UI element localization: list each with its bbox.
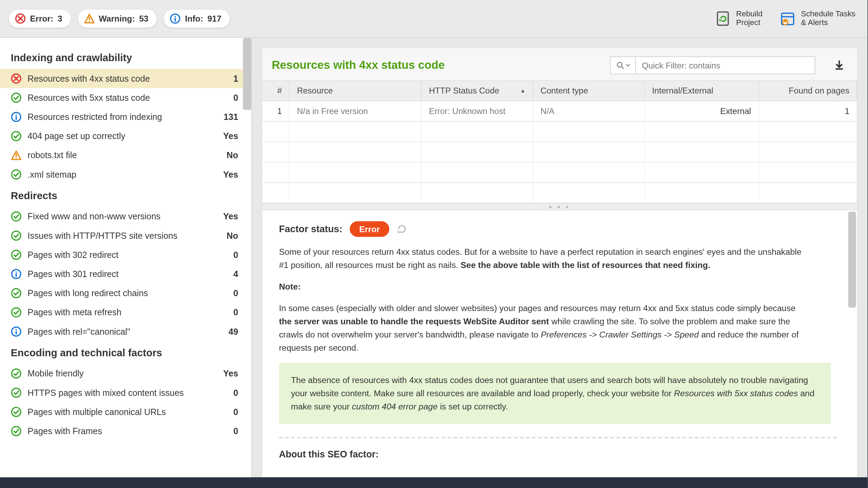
- audit-item[interactable]: Resources with 5xx status code 0: [0, 88, 251, 107]
- sidebar-scrollbar[interactable]: [243, 38, 251, 109]
- ok-icon: [11, 169, 22, 180]
- resources-table: # Resource HTTP Status Code ▲ Content ty…: [262, 81, 857, 203]
- panel-title: Resources with 4xx status code: [272, 58, 444, 72]
- ok-icon: [11, 249, 22, 260]
- info-icon: [170, 13, 181, 24]
- audit-item[interactable]: Mobile friendly Yes: [0, 364, 251, 383]
- audit-item[interactable]: Issues with HTTP/HTTPS site versions No: [0, 226, 251, 245]
- audit-item-label: Resources with 5xx status code: [27, 93, 212, 103]
- audit-item-value: Yes: [218, 368, 238, 378]
- ok-icon: [11, 92, 22, 103]
- refresh-button[interactable]: [396, 223, 407, 234]
- info-icon: [11, 111, 22, 122]
- detail-paragraph-2: In some cases (especially with older and…: [279, 301, 807, 354]
- rebuild-label-2: Project: [736, 18, 763, 27]
- audit-item-label: Pages with multiple canonical URLs: [27, 407, 212, 417]
- section-title: Indexing and crawlability: [0, 46, 251, 69]
- audit-item[interactable]: Pages with Frames 0: [0, 421, 251, 440]
- section-title: Encoding and technical factors: [0, 341, 251, 364]
- table-header-row: # Resource HTTP Status Code ▲ Content ty…: [262, 81, 857, 101]
- warning-badge[interactable]: Warning: 53: [77, 9, 158, 28]
- ok-icon: [11, 406, 22, 417]
- detail-scrollbar[interactable]: [848, 211, 856, 307]
- audit-item-value: 0: [218, 250, 238, 260]
- table-row[interactable]: 1 N/a in Free version Error: Unknown hos…: [262, 101, 857, 122]
- audit-item-value: Yes: [218, 170, 238, 179]
- tip-box: The absence of resources with 4xx status…: [279, 363, 831, 424]
- search-dropdown-button[interactable]: [610, 56, 635, 74]
- audit-item[interactable]: Pages with rel="canonical" 49: [0, 322, 251, 341]
- audit-item-label: 404 page set up correctly: [27, 131, 212, 141]
- ok-icon: [11, 230, 22, 241]
- audit-item-label: Pages with Frames: [27, 426, 212, 436]
- audit-item-label: .xml sitemap: [27, 170, 212, 179]
- info-icon: [11, 268, 22, 279]
- audit-item[interactable]: Pages with long redirect chains 0: [0, 283, 251, 302]
- search-icon: [616, 61, 624, 69]
- col-found-on-pages[interactable]: Found on pages: [759, 81, 857, 100]
- audit-item-value: 0: [218, 388, 238, 397]
- col-content-type[interactable]: Content type: [533, 81, 645, 100]
- audit-item-value: 0: [218, 93, 238, 103]
- audit-item[interactable]: HTTPS pages with mixed content issues 0: [0, 383, 251, 402]
- audit-item[interactable]: Resources restricted from indexing 131: [0, 107, 251, 126]
- sort-ascending-icon: ▲: [520, 88, 525, 93]
- ok-icon: [11, 287, 22, 298]
- col-http-status[interactable]: HTTP Status Code ▲: [422, 81, 533, 100]
- section-title: Redirects: [0, 184, 251, 207]
- factor-status-badge: Error: [349, 221, 389, 237]
- audit-item-value: No: [218, 231, 238, 241]
- audit-item-label: Issues with HTTP/HTTPS site versions: [27, 231, 212, 241]
- audit-item[interactable]: Pages with meta refresh 0: [0, 303, 251, 322]
- col-resource[interactable]: Resource: [290, 81, 422, 100]
- audit-item-value: 131: [218, 112, 238, 122]
- error-badge[interactable]: Error: 3: [8, 9, 71, 28]
- audit-item[interactable]: Fixed www and non-www versions Yes: [0, 207, 251, 226]
- factor-status-label: Factor status:: [279, 223, 342, 234]
- rebuild-icon: [715, 10, 731, 27]
- audit-item[interactable]: 404 page set up correctly Yes: [0, 126, 251, 145]
- audit-item-label: Pages with 302 redirect: [27, 250, 212, 260]
- col-index[interactable]: #: [262, 81, 290, 100]
- audit-item[interactable]: Pages with multiple canonical URLs 0: [0, 402, 251, 421]
- info-badge[interactable]: Info: 917: [163, 9, 231, 28]
- ok-icon: [11, 425, 22, 436]
- schedule-label-2: & Alerts: [801, 18, 855, 27]
- audit-item[interactable]: .xml sitemap Yes: [0, 165, 251, 184]
- audit-item-value: 49: [218, 327, 238, 336]
- audit-item-value: 1: [218, 74, 238, 83]
- svg-point-11: [617, 62, 622, 67]
- download-button[interactable]: [831, 57, 847, 73]
- audit-item-value: 0: [218, 407, 238, 417]
- audit-item[interactable]: robots.txt file No: [0, 146, 251, 165]
- schedule-tasks-button[interactable]: Schedule Tasks & Alerts: [779, 9, 855, 27]
- rebuild-project-button[interactable]: Rebuild Project: [715, 9, 763, 27]
- quick-filter-input[interactable]: [635, 56, 815, 74]
- audit-item-value: Yes: [218, 131, 238, 141]
- panel-resize-grip[interactable]: ● ● ●: [262, 203, 857, 210]
- col-internal-external[interactable]: Internal/External: [645, 81, 759, 100]
- note-label: Note:: [279, 282, 301, 291]
- audit-sidebar[interactable]: Indexing and crawlability Resources with…: [0, 38, 251, 478]
- schedule-icon: [779, 10, 796, 27]
- ok-icon: [11, 211, 22, 222]
- audit-item-label: Fixed www and non-www versions: [27, 211, 212, 221]
- ok-icon: [11, 307, 22, 318]
- audit-item-value: No: [218, 150, 238, 160]
- rebuild-label-1: Rebuild: [736, 9, 763, 18]
- top-bar: Error: 3 Warning: 53 Info: 917 Rebuild P…: [0, 0, 867, 38]
- audit-item[interactable]: Pages with 301 redirect 4: [0, 264, 251, 283]
- svg-rect-7: [717, 12, 728, 25]
- about-seo-factor-title: About this SEO factor:: [279, 449, 841, 459]
- audit-item-label: HTTPS pages with mixed content issues: [27, 388, 212, 397]
- audit-item[interactable]: Resources with 4xx status code 1: [0, 69, 251, 88]
- audit-item-value: 4: [218, 269, 238, 279]
- audit-item-label: Pages with 301 redirect: [27, 269, 212, 279]
- audit-item[interactable]: Pages with 302 redirect 0: [0, 245, 251, 264]
- audit-item-value: Yes: [218, 211, 238, 221]
- audit-item-label: Pages with meta refresh: [27, 307, 212, 317]
- warning-icon: [11, 150, 22, 161]
- audit-item-label: Resources restricted from indexing: [27, 112, 212, 122]
- error-icon: [15, 13, 26, 24]
- svg-line-12: [621, 66, 623, 68]
